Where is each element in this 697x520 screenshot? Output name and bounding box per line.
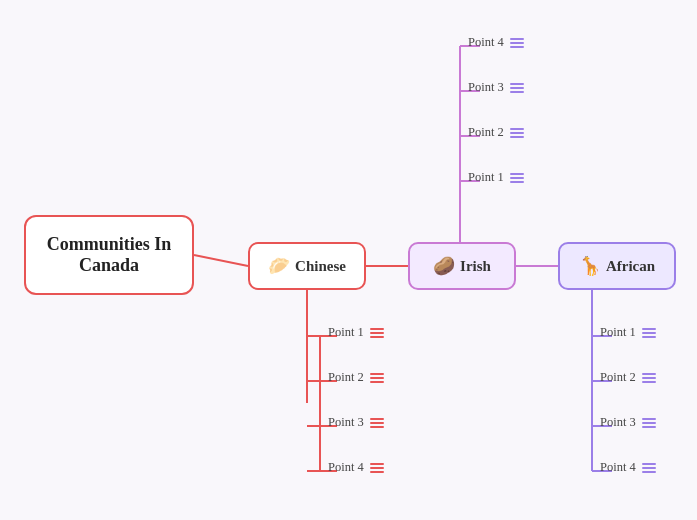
- irish-node: 🥔 Irish: [408, 242, 516, 290]
- african-point-3: Point 3: [600, 415, 656, 430]
- lines-icon: [642, 373, 656, 383]
- irish-p3-label: Point 3: [468, 80, 504, 95]
- irish-p4-label: Point 4: [468, 35, 504, 50]
- chinese-node: 🥟 Chinese: [248, 242, 366, 290]
- chinese-point-3: Point 3: [328, 415, 384, 430]
- main-node-label: Communities In Canada: [40, 234, 178, 276]
- african-point-2: Point 2: [600, 370, 656, 385]
- african-p4-label: Point 4: [600, 460, 636, 475]
- african-node: 🦒 African: [558, 242, 676, 290]
- lines-icon: [642, 328, 656, 338]
- african-point-4: Point 4: [600, 460, 656, 475]
- irish-point-2: Point 2: [468, 125, 524, 140]
- main-node: Communities In Canada: [24, 215, 194, 295]
- african-p1-label: Point 1: [600, 325, 636, 340]
- irish-label: Irish: [460, 258, 491, 275]
- african-p2-label: Point 2: [600, 370, 636, 385]
- lines-icon: [370, 463, 384, 473]
- chinese-p2-label: Point 2: [328, 370, 364, 385]
- lines-icon: [370, 328, 384, 338]
- african-point-1: Point 1: [600, 325, 656, 340]
- lines-icon: [370, 418, 384, 428]
- chinese-point-2: Point 2: [328, 370, 384, 385]
- african-label: African: [606, 258, 655, 275]
- chinese-p4-label: Point 4: [328, 460, 364, 475]
- irish-point-3: Point 3: [468, 80, 524, 95]
- lines-icon: [510, 83, 524, 93]
- chinese-label: Chinese: [295, 258, 346, 275]
- irish-p2-label: Point 2: [468, 125, 504, 140]
- chinese-point-4: Point 4: [328, 460, 384, 475]
- african-emoji: 🦒: [579, 255, 601, 277]
- svg-line-0: [194, 255, 248, 266]
- irish-point-4: Point 4: [468, 35, 524, 50]
- irish-p1-label: Point 1: [468, 170, 504, 185]
- chinese-p3-label: Point 3: [328, 415, 364, 430]
- lines-icon: [510, 173, 524, 183]
- irish-point-1: Point 1: [468, 170, 524, 185]
- chinese-point-1: Point 1: [328, 325, 384, 340]
- lines-icon: [370, 373, 384, 383]
- chinese-p1-label: Point 1: [328, 325, 364, 340]
- irish-emoji: 🥔: [433, 255, 455, 277]
- lines-icon: [642, 463, 656, 473]
- lines-icon: [642, 418, 656, 428]
- chinese-emoji: 🥟: [268, 255, 290, 277]
- lines-icon: [510, 38, 524, 48]
- lines-icon: [510, 128, 524, 138]
- african-p3-label: Point 3: [600, 415, 636, 430]
